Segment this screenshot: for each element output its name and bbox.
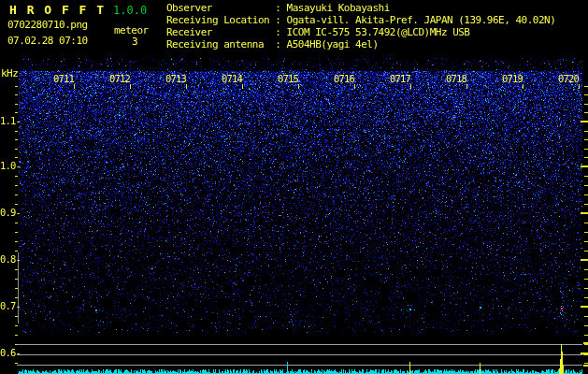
time-tick-label: 0719 [502,74,523,84]
hrofft-screen: H R O F F T 1.0.0 0702280710.png meteor … [0,0,588,374]
app-version: 1.0.0 [113,4,147,17]
time-tick-label: 0718 [446,74,466,84]
station-info: Observer : Masayuki KobayashiReceiving L… [166,3,555,51]
timestamp: 07.02.28 07:10 [7,36,88,47]
freq-tick-label: 0.6- [0,348,18,358]
freq-tick-label: 1.1- [0,116,18,126]
time-tick-label: 0713 [165,74,186,84]
spectrogram-canvas [0,0,588,374]
time-tick-label: 0715 [278,74,298,84]
output-filename: 0702280710.png [7,20,88,31]
time-tick-label: 0717 [390,74,410,84]
freq-tick-label: 0.9- [0,208,18,218]
freq-tick-label: 0.8- [0,254,18,265]
info-row-receiving-antenna: Receiving antenna : A504HB(yagi 4el) [166,39,555,51]
time-tick-label: 0714 [222,74,242,84]
time-tick-label: 0716 [334,74,354,84]
freq-tick-label: 1.0- [0,161,18,171]
khz-unit-label: kHz [1,67,18,79]
time-tick-label: 0711 [53,74,74,84]
app-title: H R O F F T [9,3,106,17]
time-tick-label: 0712 [109,74,130,84]
meteor-count: 3 [132,36,137,48]
freq-tick-label: 0.7- [0,301,18,311]
time-tick-label: 0720 [558,74,579,84]
